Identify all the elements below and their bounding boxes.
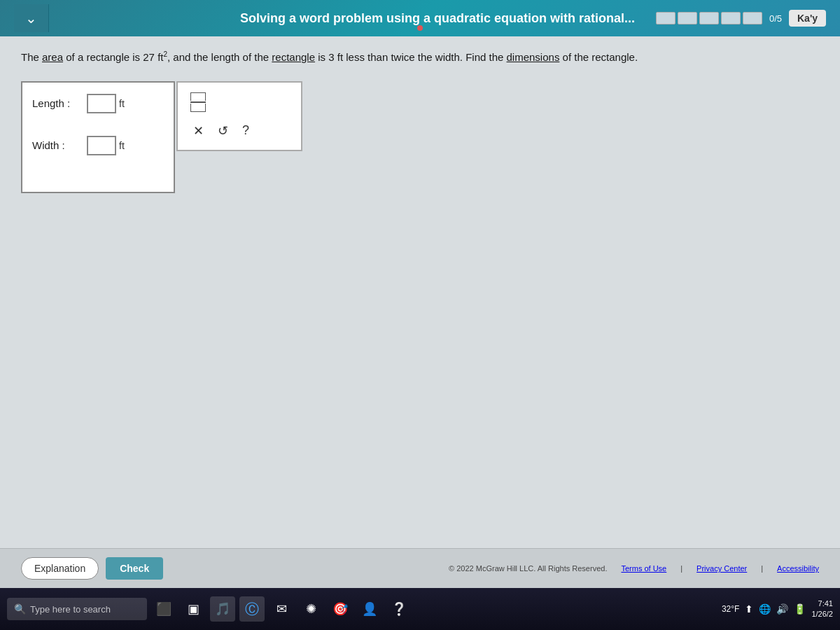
progress-boxes bbox=[656, 12, 762, 24]
progress-dot bbox=[417, 25, 423, 31]
copyright-text: © 2022 McGraw Hill LLC. All Rights Reser… bbox=[449, 564, 607, 573]
check-button[interactable]: Check bbox=[106, 557, 163, 580]
time-display: 7:41 bbox=[811, 598, 833, 609]
explanation-button[interactable]: Explanation bbox=[21, 557, 99, 580]
windows-icon: ⬛ bbox=[156, 601, 172, 617]
widget-icon: ✺ bbox=[306, 601, 316, 617]
length-label: Length : bbox=[32, 97, 81, 109]
help-button[interactable]: ? bbox=[239, 122, 252, 139]
progress-box-4 bbox=[721, 12, 741, 24]
dimensions-link[interactable]: dimensions bbox=[507, 51, 560, 63]
width-label: Width : bbox=[32, 139, 81, 151]
browser-icon: Ⓒ bbox=[245, 600, 259, 619]
tray-volume-icon: 🔊 bbox=[776, 603, 788, 615]
tray-battery-icon: 🔋 bbox=[794, 603, 806, 615]
taskbar-edge-icon[interactable]: Ⓒ bbox=[239, 596, 265, 622]
taskbar-desktop-icon[interactable]: ▣ bbox=[181, 596, 206, 622]
date-display: 1/26/2 bbox=[811, 609, 833, 620]
taskbar-mail-icon[interactable]: ✉ bbox=[269, 596, 294, 622]
progress-area: 0/5 Ka'y bbox=[656, 10, 826, 27]
fraction-button[interactable] bbox=[190, 92, 206, 112]
privacy-link[interactable]: Privacy Center bbox=[696, 564, 747, 573]
length-field-container: ft bbox=[87, 94, 125, 113]
bottom-bar: Explanation Check © 2022 McGraw Hill LLC… bbox=[0, 548, 840, 588]
problem-statement: The area of a rectangle is 27 ft2, and t… bbox=[21, 49, 819, 66]
tray-temp: 32°F bbox=[722, 604, 739, 614]
toolbar-actions: ✕ ↺ ? bbox=[190, 122, 252, 140]
terms-link[interactable]: Terms of Use bbox=[621, 564, 666, 573]
taskbar-widget-icon[interactable]: ✺ bbox=[298, 596, 323, 622]
rectangle-link[interactable]: rectangle bbox=[272, 51, 315, 63]
width-unit: ft bbox=[119, 140, 125, 151]
length-input[interactable] bbox=[87, 94, 116, 113]
fraction-bottom bbox=[190, 104, 206, 112]
help-icon: ❔ bbox=[391, 601, 407, 617]
undo-button[interactable]: ↺ bbox=[215, 122, 231, 140]
desktop-icon: ▣ bbox=[188, 601, 200, 617]
taskbar-user-icon[interactable]: 👤 bbox=[357, 596, 382, 622]
input-section: Length : ft Width : ft bbox=[21, 81, 819, 193]
accessibility-link[interactable]: Accessibility bbox=[777, 564, 819, 573]
taskbar-target-icon[interactable]: 🎯 bbox=[328, 596, 353, 622]
main-wrapper: The area of a rectangle is 27 ft2, and t… bbox=[0, 36, 840, 588]
tray-icon-1: ⬆ bbox=[745, 603, 753, 615]
toolbar-panel: ✕ ↺ ? bbox=[176, 81, 302, 151]
taskbar-media-icon[interactable]: 🎵 bbox=[210, 596, 235, 622]
search-icon: 🔍 bbox=[14, 603, 26, 615]
progress-box-2 bbox=[678, 12, 697, 24]
content-area: The area of a rectangle is 27 ft2, and t… bbox=[0, 36, 840, 548]
tray-network-icon: 🌐 bbox=[759, 603, 771, 615]
header-bar: ⌄ Solving a word problem using a quadrat… bbox=[0, 0, 840, 36]
width-row: Width : ft bbox=[32, 136, 164, 155]
taskbar-help-icon[interactable]: ❔ bbox=[386, 596, 412, 622]
fraction-bar bbox=[190, 102, 206, 103]
area-link[interactable]: area bbox=[42, 51, 63, 63]
user-badge: Ka'y bbox=[789, 10, 826, 27]
footer-info: © 2022 McGraw Hill LLC. All Rights Reser… bbox=[449, 564, 819, 573]
footer-left: Explanation Check bbox=[21, 557, 163, 580]
taskbar-windows-icon[interactable]: ⬛ bbox=[151, 596, 176, 622]
search-input[interactable] bbox=[30, 604, 135, 615]
fraction-top bbox=[190, 92, 206, 101]
chevron-down-button[interactable]: ⌄ bbox=[14, 4, 49, 32]
width-input[interactable] bbox=[87, 136, 116, 155]
taskbar: 🔍 ⬛ ▣ 🎵 Ⓒ ✉ ✺ 🎯 👤 ❔ 32°F ⬆ 🌐 🔊 🔋 7:41 1/… bbox=[0, 588, 840, 630]
length-unit: ft bbox=[119, 98, 125, 109]
input-box: Length : ft Width : ft bbox=[21, 81, 175, 193]
length-row: Length : ft bbox=[32, 94, 164, 113]
separator-1: | bbox=[680, 564, 682, 573]
width-field-container: ft bbox=[87, 136, 125, 155]
target-icon: 🎯 bbox=[332, 601, 348, 617]
search-bar[interactable]: 🔍 bbox=[7, 598, 147, 620]
cancel-button[interactable]: ✕ bbox=[190, 122, 206, 140]
user-icon: 👤 bbox=[362, 601, 377, 617]
tray-time: 7:41 1/26/2 bbox=[811, 598, 833, 620]
system-tray: 32°F ⬆ 🌐 🔊 🔋 7:41 1/26/2 bbox=[722, 598, 833, 620]
progress-box-5 bbox=[743, 12, 762, 24]
progress-box-3 bbox=[699, 12, 719, 24]
media-icon: 🎵 bbox=[215, 601, 230, 617]
progress-box-1 bbox=[656, 12, 676, 24]
progress-label: 0/5 bbox=[769, 13, 782, 24]
separator-2: | bbox=[761, 564, 763, 573]
mail-icon: ✉ bbox=[276, 601, 287, 617]
